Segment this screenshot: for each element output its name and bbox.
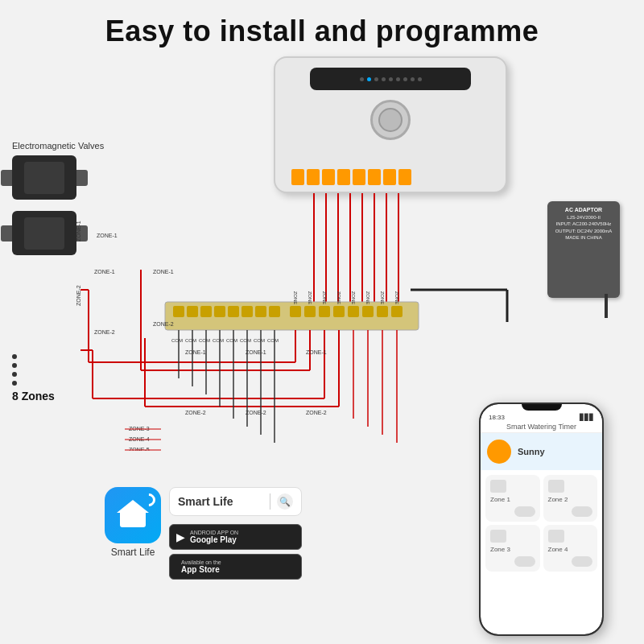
valve-2 bbox=[12, 211, 76, 255]
svg-text:ZONE-2: ZONE-2 bbox=[185, 410, 206, 415]
svg-text:ZONE: ZONE bbox=[293, 291, 298, 305]
svg-text:COM: COM bbox=[213, 338, 224, 343]
store-buttons: ▶ ANDROID APP ON Google Play Available o… bbox=[169, 524, 302, 580]
phone-zone-4[interactable]: Zone 4 bbox=[543, 525, 598, 572]
zone-dot-2 bbox=[12, 363, 17, 368]
dial-inner bbox=[378, 108, 402, 132]
controller-body bbox=[274, 56, 507, 193]
controller-device bbox=[274, 56, 515, 217]
svg-text:ZONE-2: ZONE-2 bbox=[246, 410, 266, 415]
search-icon[interactable]: 🔍 bbox=[277, 493, 293, 510]
ac-adaptor-label: AC ADAPTOR LJS-24V2000-II INPUT: AC200-2… bbox=[552, 206, 615, 241]
svg-text:ZONE-1: ZONE-1 bbox=[153, 269, 174, 275]
svg-text:ZONE-2: ZONE-2 bbox=[153, 321, 174, 327]
svg-rect-9 bbox=[173, 306, 184, 317]
svg-text:ZONE: ZONE bbox=[322, 291, 327, 305]
zone-2-icon bbox=[548, 480, 564, 493]
zone-dot-3 bbox=[12, 372, 17, 377]
svg-text:COM: COM bbox=[185, 338, 196, 343]
zone-1-icon bbox=[490, 480, 506, 493]
svg-text:ZONE-5: ZONE-5 bbox=[129, 447, 150, 451]
svg-text:ZONE-1: ZONE-1 bbox=[246, 349, 266, 355]
svg-text:ZONE: ZONE bbox=[351, 291, 356, 305]
terminal-7 bbox=[383, 169, 396, 185]
zone-3-toggle[interactable] bbox=[514, 556, 535, 567]
phone-screen: 18:33 ▊▊▊ Smart Watering Timer Sunny Zon… bbox=[481, 404, 602, 634]
ac-adaptor: AC ADAPTOR LJS-24V2000-II INPUT: AC200-2… bbox=[547, 201, 620, 298]
svg-rect-12 bbox=[214, 306, 225, 317]
app-store-button[interactable]: Available on the App Store bbox=[169, 554, 302, 580]
svg-rect-22 bbox=[362, 306, 374, 317]
search-text: Smart Life bbox=[178, 495, 263, 508]
controller-dial[interactable] bbox=[370, 100, 411, 140]
terminal-3 bbox=[322, 169, 335, 185]
svg-rect-21 bbox=[348, 306, 359, 317]
zone-4-label: Zone 4 bbox=[548, 546, 593, 553]
led-1 bbox=[367, 77, 371, 81]
svg-text:COM: COM bbox=[240, 338, 251, 343]
zone-1-label: Zone 1 bbox=[490, 496, 535, 503]
svg-text:ZONE: ZONE bbox=[336, 291, 341, 305]
svg-rect-23 bbox=[377, 306, 388, 317]
svg-rect-20 bbox=[333, 306, 345, 317]
google-play-icon: ▶ bbox=[176, 530, 185, 543]
zone-2-toggle[interactable] bbox=[572, 506, 592, 517]
led-4 bbox=[389, 77, 393, 81]
weather-text: Sunny bbox=[518, 447, 545, 456]
svg-rect-10 bbox=[187, 306, 198, 317]
svg-text:ZONE: ZONE bbox=[380, 291, 385, 305]
house-icon bbox=[117, 500, 149, 530]
svg-text:ZONE-4: ZONE-4 bbox=[129, 436, 150, 442]
svg-rect-19 bbox=[319, 306, 330, 317]
google-play-button[interactable]: ▶ ANDROID APP ON Google Play bbox=[169, 524, 302, 550]
led-5 bbox=[396, 77, 400, 81]
valve-1 bbox=[12, 155, 76, 200]
led-7 bbox=[411, 77, 415, 81]
search-divider bbox=[270, 493, 270, 510]
zone-1-toggle[interactable] bbox=[514, 506, 535, 517]
phone-zone-1[interactable]: Zone 1 bbox=[485, 475, 540, 522]
phone-zone-3[interactable]: Zone 3 bbox=[485, 525, 540, 572]
svg-rect-17 bbox=[290, 306, 301, 317]
svg-text:ZONE: ZONE bbox=[365, 291, 370, 305]
valve-section-label: Electromagnetic Valves bbox=[12, 141, 149, 151]
smart-life-search[interactable]: Smart Life 🔍 bbox=[169, 487, 302, 516]
sun-icon bbox=[487, 440, 511, 464]
controller-terminals bbox=[291, 169, 489, 185]
svg-text:COM: COM bbox=[254, 338, 265, 343]
svg-text:ZONE-2: ZONE-2 bbox=[76, 285, 81, 306]
valve-2-body bbox=[24, 217, 64, 250]
phone-zone-2[interactable]: Zone 2 bbox=[543, 475, 598, 522]
terminal-1 bbox=[291, 169, 304, 185]
phone-status-bar: 18:33 ▊▊▊ bbox=[481, 411, 602, 421]
phone-notch bbox=[522, 404, 562, 411]
svg-text:ZONE-2: ZONE-2 bbox=[306, 410, 327, 415]
svg-rect-16 bbox=[269, 306, 280, 317]
phone-zones-grid: Zone 1 Zone 2 Zone 3 Zone 4 bbox=[481, 470, 602, 576]
zone-4-icon bbox=[548, 530, 564, 543]
svg-text:ZONE-1: ZONE-1 bbox=[306, 349, 327, 355]
svg-text:ZONE: ZONE bbox=[308, 291, 312, 305]
zone-4-toggle[interactable] bbox=[572, 556, 592, 567]
zone-2-label: Zone 2 bbox=[548, 496, 593, 503]
smart-life-label: Smart Life bbox=[111, 547, 155, 558]
google-play-text: ANDROID APP ON Google Play bbox=[190, 530, 238, 545]
svg-rect-13 bbox=[228, 306, 239, 317]
svg-text:ZONE-2: ZONE-2 bbox=[94, 329, 115, 335]
svg-text:COM: COM bbox=[226, 338, 237, 343]
led-2 bbox=[374, 77, 378, 81]
svg-rect-14 bbox=[242, 306, 253, 317]
zone-dot-1 bbox=[12, 354, 17, 359]
svg-text:COM: COM bbox=[267, 338, 279, 343]
smart-life-section: Smart Life Smart Life 🔍 ▶ ANDROID APP ON… bbox=[105, 487, 302, 580]
led-3 bbox=[382, 77, 386, 81]
phone-time: 18:33 bbox=[489, 414, 505, 421]
terminal-8 bbox=[398, 169, 411, 185]
page: Easy to install and programme bbox=[0, 0, 644, 644]
phone-weather: Sunny bbox=[481, 433, 602, 470]
valve-1-body bbox=[24, 162, 64, 194]
smart-life-icon bbox=[105, 487, 161, 543]
app-store-text: Available on the App Store bbox=[181, 559, 221, 575]
svg-text:COM: COM bbox=[199, 338, 210, 343]
svg-rect-8 bbox=[165, 302, 419, 330]
